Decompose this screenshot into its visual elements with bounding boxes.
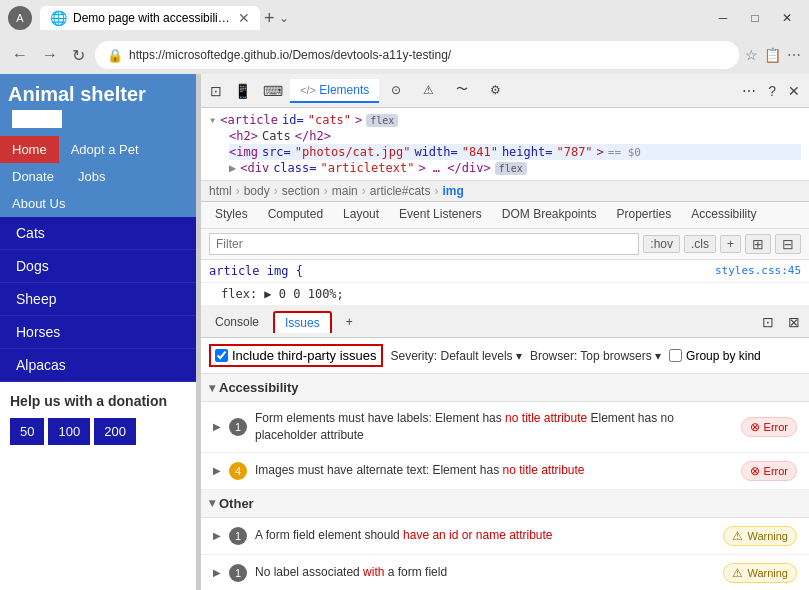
error-label-2: Error — [764, 465, 788, 477]
donation-btn-50[interactable]: 50 — [10, 418, 44, 445]
url-bar[interactable]: 🔒 https://microsoftedge.github.io/Demos/… — [95, 41, 739, 69]
console-drawer-btn[interactable]: ⌨ — [258, 80, 288, 102]
css-rule: styles.css:45 article img { — [201, 260, 809, 283]
issue-arrow-2[interactable]: ▶ — [213, 465, 221, 476]
tab-event-listeners[interactable]: Event Listeners — [389, 202, 492, 228]
sidebar-item-alpacas[interactable]: Alpacas — [0, 349, 196, 382]
flex-badge-2: flex — [495, 162, 527, 175]
search-input[interactable] — [12, 110, 62, 128]
nav-item-donate[interactable]: Donate — [0, 163, 66, 190]
new-tab-button[interactable]: + — [264, 8, 275, 29]
tab-computed[interactable]: Computed — [258, 202, 333, 228]
donation-buttons: 50 100 200 — [10, 418, 186, 445]
sidebar-item-cats[interactable]: Cats — [0, 217, 196, 250]
bc-html[interactable]: html — [209, 184, 232, 198]
tab-sources[interactable]: ⚠ — [413, 79, 444, 103]
browser-menu-icon[interactable]: ⋯ — [787, 47, 801, 63]
issue-arrow-4[interactable]: ▶ — [213, 567, 221, 578]
tab-chevron-button[interactable]: ⌄ — [279, 11, 289, 25]
nav-item-home[interactable]: Home — [0, 136, 59, 163]
more-tabs-btn[interactable]: ⋯ — [737, 80, 761, 102]
maximize-button[interactable]: □ — [741, 8, 769, 28]
device-emulation-btn[interactable]: 📱 — [229, 80, 256, 102]
element-expand-arrow[interactable]: ▾ — [209, 113, 216, 127]
issue-arrow-1[interactable]: ▶ — [213, 421, 221, 432]
favorites-icon[interactable]: ☆ — [745, 47, 758, 63]
tab-elements[interactable]: </> Elements — [290, 79, 379, 103]
tab-layout[interactable]: Layout — [333, 202, 389, 228]
browser-dropdown[interactable]: Browser: Top browsers ▾ — [530, 349, 661, 363]
element-img-h-attr: height= — [502, 145, 553, 159]
refresh-button[interactable]: ↻ — [68, 44, 89, 67]
browser-chrome: A 🌐 Demo page with accessibility iss... … — [0, 0, 809, 74]
warning-label-1: Warning — [747, 530, 788, 542]
issues-toolbar: Console Issues + ⊡ ⊠ — [201, 306, 809, 338]
issues-close-btn[interactable]: ⊠ — [783, 311, 805, 333]
section-accessibility[interactable]: ▾ Accessibility — [201, 374, 809, 402]
bc-main[interactable]: main — [332, 184, 358, 198]
issues-pop-btn[interactable]: ⊡ — [757, 311, 779, 333]
address-bar: ← → ↻ 🔒 https://microsoftedge.github.io/… — [0, 36, 809, 74]
bc-body[interactable]: body — [244, 184, 270, 198]
include-third-party-checkbox[interactable] — [215, 349, 228, 362]
inspect-element-btn[interactable]: ⊡ — [205, 80, 227, 102]
active-tab[interactable]: 🌐 Demo page with accessibility iss... ✕ — [40, 6, 260, 30]
bc-sep-2: › — [274, 184, 278, 198]
donation-btn-200[interactable]: 200 — [94, 418, 136, 445]
filter-plus-button[interactable]: + — [720, 235, 741, 253]
nav-item-about[interactable]: About Us — [0, 190, 77, 217]
filter-input[interactable] — [209, 233, 639, 255]
tab-issues[interactable]: Issues — [273, 311, 332, 333]
collections-icon[interactable]: 📋 — [764, 47, 781, 63]
minimize-button[interactable]: ─ — [709, 8, 737, 28]
sidebar-item-dogs[interactable]: Dogs — [0, 250, 196, 283]
filter-icon-btn-2[interactable]: ⊟ — [775, 234, 801, 254]
forward-button[interactable]: → — [38, 44, 62, 66]
css-link[interactable]: styles.css:45 — [715, 264, 801, 277]
help-btn[interactable]: ? — [763, 80, 781, 102]
filter-icon-btn-1[interactable]: ⊞ — [745, 234, 771, 254]
element-div-dots: > … </div> — [418, 161, 490, 175]
bc-section[interactable]: section — [282, 184, 320, 198]
site-search — [8, 110, 188, 128]
close-button[interactable]: ✕ — [773, 8, 801, 28]
donation-btn-100[interactable]: 100 — [48, 418, 90, 445]
section-other[interactable]: ▾ Other — [201, 490, 809, 518]
tab-add[interactable]: + — [336, 312, 363, 332]
close-devtools-btn[interactable]: ✕ — [783, 80, 805, 102]
tab-properties[interactable]: Properties — [607, 202, 682, 228]
sidebar-item-sheep[interactable]: Sheep — [0, 283, 196, 316]
group-by-checkbox[interactable] — [669, 349, 682, 362]
tab-close-button[interactable]: ✕ — [238, 10, 250, 26]
filter-hov-button[interactable]: :hov — [643, 235, 680, 253]
sidebar-item-horses[interactable]: Horses — [0, 316, 196, 349]
main-area: Animal shelter Home Adopt a Pet Donate J… — [0, 74, 809, 590]
tab-performance[interactable]: 〜 — [446, 77, 478, 104]
group-by-label: Group by kind — [686, 349, 761, 363]
bc-article[interactable]: article#cats — [370, 184, 431, 198]
group-by-wrapper: Group by kind — [669, 349, 761, 363]
error-icon-2: ⊗ — [750, 464, 760, 478]
severity-dropdown[interactable]: Severity: Default levels ▾ — [391, 349, 522, 363]
issue-arrow-3[interactable]: ▶ — [213, 530, 221, 541]
flex-badge: flex — [366, 114, 398, 127]
devtools-panel: ⊡ 📱 ⌨ </> Elements ⊙ ⚠ 〜 ⚙ ⋯ ? ✕ ▾ <arti… — [200, 74, 809, 590]
back-button[interactable]: ← — [8, 44, 32, 66]
tab-settings-gear[interactable]: ⚙ — [480, 79, 511, 103]
tab-bar: 🌐 Demo page with accessibility iss... ✕ … — [40, 6, 701, 30]
nav-item-jobs[interactable]: Jobs — [66, 163, 117, 190]
tab-accessibility[interactable]: Accessibility — [681, 202, 766, 228]
filter-cls-button[interactable]: .cls — [684, 235, 716, 253]
site-title: Animal shelter — [8, 82, 188, 106]
error-label-1: Error — [764, 421, 788, 433]
tab-console[interactable]: Console — [205, 312, 269, 332]
bc-img[interactable]: img — [442, 184, 463, 198]
tab-dom-breakpoints[interactable]: DOM Breakpoints — [492, 202, 607, 228]
tab-network[interactable]: ⊙ — [381, 79, 411, 103]
lock-icon: 🔒 — [107, 48, 123, 63]
profile-icon[interactable]: A — [8, 6, 32, 30]
tab-favicon: 🌐 — [50, 10, 67, 26]
element-div-arrow[interactable]: ▶ — [229, 161, 236, 175]
tab-styles[interactable]: Styles — [205, 202, 258, 228]
nav-item-adopt[interactable]: Adopt a Pet — [59, 136, 151, 163]
